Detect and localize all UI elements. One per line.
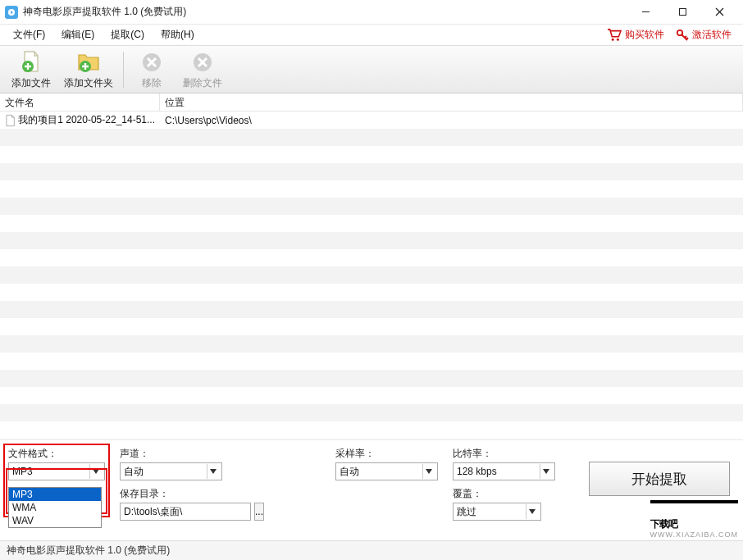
field-bitrate: 比特率： 128 kbps [453, 447, 555, 480]
label-file-format: 文件格式： [8, 447, 105, 461]
watermark-text: 下载吧 [650, 518, 677, 530]
browse-button[interactable]: ... [254, 503, 264, 521]
cart-icon [607, 29, 622, 42]
svg-point-6 [617, 38, 619, 40]
file-add-icon [18, 49, 44, 75]
menu-bar: 文件(F) 编辑(E) 提取(C) 帮助(H) 购买软件 激活软件 [0, 25, 743, 46]
combo-samplerate[interactable]: 自动 [335, 462, 438, 480]
app-icon [5, 6, 18, 19]
remove-file-icon [189, 49, 216, 75]
combo-file-format-value: MP3 [12, 466, 89, 477]
table-body[interactable]: 我的项目1 2020-05-22_14-51... C:\Users\pc\Vi… [0, 112, 743, 439]
activate-label: 激活软件 [692, 28, 732, 42]
document-icon [5, 114, 16, 127]
column-header-filename[interactable]: 文件名 [0, 93, 160, 111]
field-channel: 声道： 自动 [120, 447, 222, 480]
toolbar-separator [123, 52, 124, 88]
menu-right-group: 购买软件 激活软件 [607, 28, 738, 42]
cell-filename: 我的项目1 2020-05-22_14-51... [0, 113, 160, 127]
label-channel: 声道： [120, 447, 222, 461]
remove-icon [139, 49, 165, 75]
chevron-down-icon [540, 464, 551, 479]
combo-file-format[interactable]: MP3 [8, 462, 105, 480]
watermark: 下载吧 WWW.XIAZAIBA.COM [650, 500, 739, 539]
activate-software-link[interactable]: 激活软件 [676, 28, 732, 42]
add-folder-label: 添加文件夹 [64, 76, 113, 90]
chevron-down-icon [422, 464, 434, 479]
dropdown-file-format[interactable]: MP3 WMA WAV [8, 487, 102, 528]
svg-rect-2 [680, 9, 686, 16]
combo-bitrate-value: 128 kbps [457, 466, 540, 477]
label-savedir: 保存目录： [120, 487, 222, 501]
chevron-down-icon [207, 464, 218, 479]
table-row[interactable]: 我的项目1 2020-05-22_14-51... C:\Users\pc\Vi… [0, 112, 743, 129]
col-channel-savedir: 声道： 自动 保存目录： ... [120, 447, 222, 521]
menu-file[interactable]: 文件(F) [5, 25, 53, 45]
add-folder-button[interactable]: 添加文件夹 [59, 48, 118, 92]
menu-help[interactable]: 帮助(H) [153, 25, 203, 45]
combo-samplerate-value: 自动 [340, 465, 422, 479]
combo-channel[interactable]: 自动 [120, 462, 222, 480]
remove-file-label: 删除文件 [183, 76, 222, 90]
combo-overwrite[interactable]: 跳过 [453, 503, 541, 521]
folder-add-icon [75, 49, 102, 75]
dropdown-item-mp3[interactable]: MP3 [9, 488, 101, 501]
field-samplerate: 采样率： 自动 [335, 447, 438, 480]
label-overwrite: 覆盖： [453, 487, 555, 501]
dropdown-item-wav[interactable]: WAV [9, 514, 101, 527]
input-savedir[interactable] [120, 503, 251, 521]
menu-edit[interactable]: 编辑(E) [53, 25, 103, 45]
label-bitrate: 比特率： [453, 447, 555, 461]
cell-filename-text: 我的项目1 2020-05-22_14-51... [18, 113, 155, 127]
add-file-label: 添加文件 [11, 76, 51, 90]
field-overwrite: 覆盖： 跳过 [453, 487, 555, 521]
combo-channel-value: 自动 [124, 465, 207, 479]
minimize-button[interactable] [627, 1, 664, 24]
remove-label: 移除 [142, 76, 162, 90]
status-bar: 神奇电影原声提取软件 1.0 (免费试用) [0, 540, 743, 560]
status-text: 神奇电影原声提取软件 1.0 (免费试用) [7, 544, 170, 558]
combo-bitrate[interactable]: 128 kbps [453, 462, 555, 480]
table-header: 文件名 位置 [0, 93, 743, 112]
buy-software-link[interactable]: 购买软件 [607, 28, 664, 42]
buy-label: 购买软件 [625, 28, 664, 42]
field-savedir: 保存目录： ... [120, 487, 222, 521]
menu-extract[interactable]: 提取(C) [103, 25, 153, 45]
chevron-down-icon [89, 464, 101, 479]
svg-point-5 [612, 38, 614, 40]
col-bitrate-overwrite: 比特率： 128 kbps 覆盖： 跳过 [453, 447, 555, 521]
remove-file-button[interactable]: 删除文件 [178, 48, 227, 92]
file-list-area: 文件名 位置 我的项目1 2020-05-22_14-51... C:\User… [0, 93, 743, 439]
remove-button[interactable]: 移除 [129, 48, 175, 92]
toolbar: 添加文件 添加文件夹 移除 删除文件 [0, 46, 743, 93]
cell-location: C:\Users\pc\Videos\ [160, 115, 743, 126]
title-bar: 神奇电影原声提取软件 1.0 (免费试用) [0, 0, 743, 25]
svg-point-7 [677, 30, 682, 34]
settings-panel: 文件格式： MP3 MP3 WMA WAV 声道： 自动 保存目录： ... [0, 439, 743, 529]
dropdown-item-wma[interactable]: WMA [9, 501, 101, 514]
key-icon [676, 29, 689, 42]
watermark-sub: WWW.XIAZAIBA.COM [650, 530, 739, 539]
combo-overwrite-value: 跳过 [457, 505, 526, 519]
start-extract-button[interactable]: 开始提取 [589, 462, 730, 496]
label-samplerate: 采样率： [335, 447, 438, 461]
close-button[interactable] [701, 1, 738, 24]
field-file-format: 文件格式： MP3 [8, 447, 105, 480]
add-file-button[interactable]: 添加文件 [7, 48, 56, 92]
column-header-location[interactable]: 位置 [160, 93, 743, 111]
maximize-button[interactable] [664, 1, 701, 24]
window-controls [627, 1, 738, 24]
chevron-down-icon [526, 504, 537, 519]
window-title: 神奇电影原声提取软件 1.0 (免费试用) [23, 5, 186, 19]
col-samplerate: 采样率： 自动 [335, 447, 438, 521]
